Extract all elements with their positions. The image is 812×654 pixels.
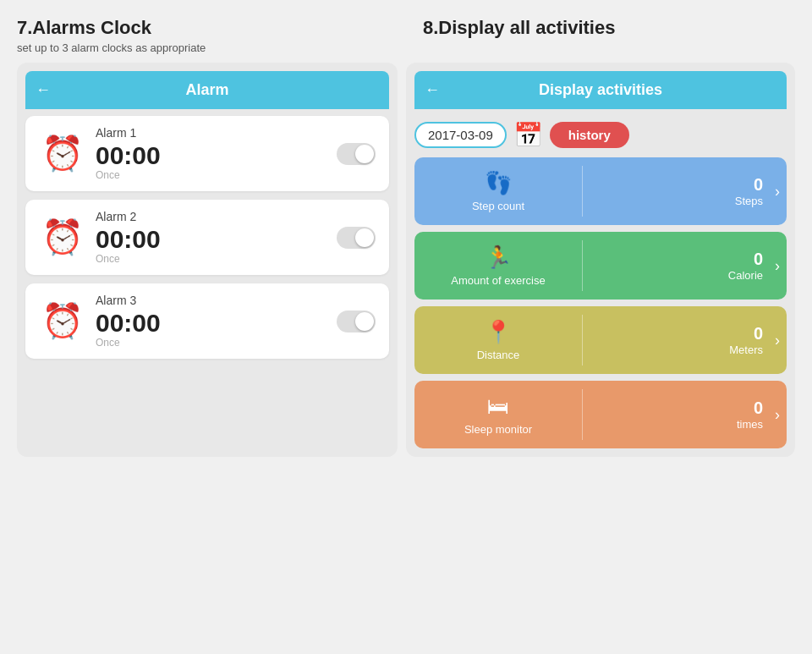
alarm-toggle-2[interactable] <box>337 227 376 249</box>
step-count-label: Step count <box>472 200 524 212</box>
alarm-repeat-1: Once <box>96 169 326 181</box>
step-count-unit: Steps <box>735 195 763 207</box>
sleep-icon: 🛏 <box>487 393 509 420</box>
date-badge[interactable]: 2017-03-09 <box>414 122 507 148</box>
footprint-icon: 👣 <box>485 170 512 196</box>
alarm-toggle-3[interactable] <box>337 311 376 332</box>
activity-card-sleep[interactable]: 🛏 Sleep monitor 0 times › <box>414 381 787 448</box>
alarm-icon-3: ⏰ <box>39 301 85 341</box>
right-header: 8.Display all activities <box>423 17 795 54</box>
alarm-name-2: Alarm 2 <box>96 210 326 223</box>
activity-right-sleep: 0 times › <box>583 381 787 448</box>
date-bar: 2017-03-09 📅 history <box>414 116 787 157</box>
running-icon: 🏃 <box>485 245 512 271</box>
alarm-icon-1: ⏰ <box>39 134 85 173</box>
sleep-arrow-icon: › <box>775 406 780 424</box>
distance-value: 0 <box>754 324 763 343</box>
step-count-value: 0 <box>754 175 763 195</box>
alarm-card-2: ⏰ Alarm 2 00:00 Once <box>25 200 389 275</box>
exercise-arrow-icon: › <box>775 257 780 275</box>
display-header: ← Display activities <box>414 71 787 109</box>
left-section-title: 7.Alarms Clock <box>17 17 423 39</box>
alarm-back-button[interactable]: ← <box>36 81 51 99</box>
sleep-label: Sleep monitor <box>464 423 532 436</box>
activity-right-distance: 0 Meters › <box>583 306 787 374</box>
exercise-unit: Calorie <box>728 269 763 282</box>
toggle-knob-2 <box>355 228 374 247</box>
left-section-subtitle: set up to 3 alarm clocks as appropriate <box>17 41 423 54</box>
right-section-title: 8.Display all activities <box>423 17 795 39</box>
alarm-header-title: Alarm <box>185 81 228 99</box>
alarm-name-1: Alarm 1 <box>96 126 326 140</box>
activity-left-exercise: 🏃 Amount of exercise <box>414 232 582 300</box>
alarm-icon-2: ⏰ <box>39 217 85 257</box>
alarm-header: ← Alarm <box>25 71 389 109</box>
activity-left-steps: 👣 Step count <box>414 157 582 225</box>
activity-right-exercise: 0 Calorie › <box>583 232 787 300</box>
calendar-icon[interactable]: 📅 <box>513 121 543 149</box>
activity-left-sleep: 🛏 Sleep monitor <box>414 381 582 448</box>
alarm-panel: ← Alarm ⏰ Alarm 1 00:00 Once ⏰ Alarm 2 0… <box>17 63 398 457</box>
alarm-card-3: ⏰ Alarm 3 00:00 Once <box>25 283 389 359</box>
activity-card-steps[interactable]: 👣 Step count 0 Steps › <box>414 157 787 225</box>
history-button[interactable]: history <box>550 122 629 148</box>
activity-right-steps: 0 Steps › <box>583 157 787 225</box>
alarm-repeat-3: Once <box>96 337 326 349</box>
alarm-info-2: Alarm 2 00:00 Once <box>96 210 326 265</box>
alarm-toggle-1[interactable] <box>337 143 376 165</box>
display-header-title: Display activities <box>539 81 662 99</box>
distance-label: Distance <box>477 349 520 361</box>
toggle-knob-3 <box>355 312 374 331</box>
alarm-time-2: 00:00 <box>96 225 326 253</box>
sleep-unit: times <box>737 418 763 431</box>
alarm-name-3: Alarm 3 <box>96 294 326 307</box>
exercise-label: Amount of exercise <box>451 274 545 287</box>
distance-unit: Meters <box>729 343 763 356</box>
alarm-time-1: 00:00 <box>96 141 326 169</box>
alarm-time-3: 00:00 <box>96 309 326 337</box>
alarm-card-1: ⏰ Alarm 1 00:00 Once <box>25 116 389 191</box>
activity-card-exercise[interactable]: 🏃 Amount of exercise 0 Calorie › <box>414 232 787 300</box>
exercise-value: 0 <box>754 250 763 269</box>
activity-left-distance: 📍 Distance <box>414 306 582 374</box>
activity-cards: 👣 Step count 0 Steps › 🏃 Amount of exerc… <box>414 157 787 448</box>
panels: ← Alarm ⏰ Alarm 1 00:00 Once ⏰ Alarm 2 0… <box>17 63 795 457</box>
distance-arrow-icon: › <box>775 332 780 349</box>
distance-icon: 📍 <box>485 319 512 345</box>
sleep-value: 0 <box>754 398 763 418</box>
display-panel: ← Display activities 2017-03-09 📅 histor… <box>406 63 795 457</box>
alarm-info-1: Alarm 1 00:00 Once <box>96 126 326 181</box>
alarm-repeat-2: Once <box>96 253 326 265</box>
top-labels: 7.Alarms Clock set up to 3 alarm clocks … <box>17 17 795 54</box>
toggle-knob-1 <box>355 145 374 163</box>
left-header: 7.Alarms Clock set up to 3 alarm clocks … <box>17 17 423 54</box>
alarm-info-3: Alarm 3 00:00 Once <box>96 294 326 349</box>
display-back-button[interactable]: ← <box>425 81 440 99</box>
steps-arrow-icon: › <box>775 183 780 201</box>
activity-card-distance[interactable]: 📍 Distance 0 Meters › <box>414 306 787 374</box>
